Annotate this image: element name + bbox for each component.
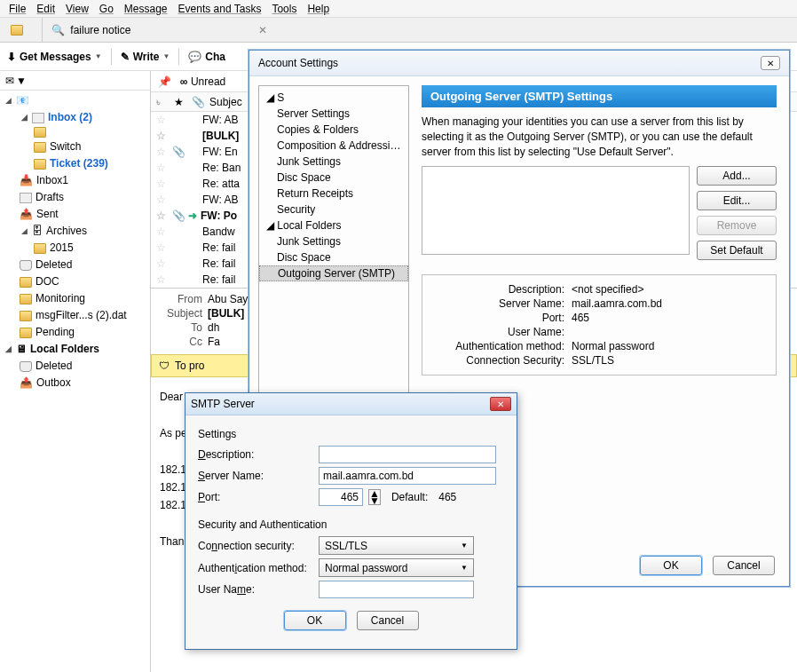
tree-local-folders[interactable]: ◢ Local Folders	[259, 217, 408, 233]
mailbox-tab[interactable]	[0, 18, 43, 42]
to-value: dh	[208, 321, 219, 334]
default-port-label: Default:	[391, 491, 428, 503]
folder-inbox[interactable]: ◢Inbox (2)	[0, 109, 150, 126]
pencil-icon: ✎	[121, 51, 130, 63]
star-icon[interactable]: ☆	[156, 241, 169, 254]
folder-local-deleted[interactable]: Deleted	[0, 358, 150, 375]
set-default-button[interactable]: Set Default	[697, 241, 777, 260]
tree-composition[interactable]: Composition & Addressing	[259, 138, 408, 154]
menu-help[interactable]: Help	[304, 3, 333, 15]
menu-tools[interactable]: Tools	[268, 3, 300, 15]
star-icon[interactable]: ☆	[156, 194, 169, 206]
auth-method-label: Authentication method:	[198, 562, 313, 574]
auth-method-select[interactable]: Normal password▼	[319, 558, 474, 577]
thread-col[interactable]: ৳	[156, 96, 169, 108]
folder-msgfilter[interactable]: msgFilter...s (2).dat	[0, 307, 150, 324]
tab-label	[28, 24, 31, 36]
account-root[interactable]: ◢📧	[0, 92, 150, 109]
star-icon[interactable]: ☆	[156, 162, 169, 174]
close-button[interactable]: ✕	[490, 397, 511, 411]
tree-smtp[interactable]: Outgoing Server (SMTP)	[259, 265, 408, 281]
get-messages-button[interactable]: ⬇ Get Messages ▼	[7, 51, 102, 63]
tree-account[interactable]: ◢ S	[259, 90, 408, 106]
ok-button[interactable]: OK	[640, 556, 702, 575]
menu-edit[interactable]: Edit	[33, 3, 59, 15]
edit-button[interactable]: Edit...	[697, 191, 777, 210]
separator	[178, 49, 179, 65]
username-input[interactable]	[319, 581, 474, 598]
chevron-down-icon: ▼	[461, 542, 468, 549]
folder-sent[interactable]: 📤Sent	[0, 206, 150, 223]
server-name-input[interactable]	[319, 467, 496, 485]
star-icon[interactable]: ☆	[156, 210, 169, 222]
chat-button[interactable]: 💬 Cha	[188, 51, 225, 63]
star-icon[interactable]: ☆	[156, 146, 169, 158]
unread-filter[interactable]: ∞ Unread	[180, 75, 225, 88]
folder-pending[interactable]: Pending	[0, 324, 150, 341]
tree-disc2[interactable]: Disc Space	[259, 249, 408, 265]
menu-file[interactable]: File	[5, 3, 29, 15]
remove-button[interactable]: Remove	[697, 216, 777, 235]
tree-junk[interactable]: Junk Settings	[259, 154, 408, 170]
folder-local[interactable]: ◢🖥Local Folders	[0, 341, 150, 358]
menu-go[interactable]: Go	[96, 3, 117, 15]
close-search-tab[interactable]: ✕	[253, 24, 272, 36]
detail-description: <not specified>	[572, 283, 643, 296]
port-spinner[interactable]: ▲▼	[368, 489, 381, 505]
tree-returns[interactable]: Return Receipts	[259, 186, 408, 202]
description-input[interactable]	[319, 446, 496, 463]
folder-archives[interactable]: ◢🗄Archives	[0, 223, 150, 240]
connection-security-label: Connection security:	[198, 540, 313, 552]
folder-icon	[34, 159, 46, 170]
archive-icon: 🗄	[32, 224, 43, 239]
folder-inbox1[interactable]: 📥Inbox1	[0, 172, 150, 189]
search-tab: 🔍 ✕	[43, 24, 797, 36]
tree-copies[interactable]: Copies & Folders	[259, 122, 408, 138]
tree-junk2[interactable]: Junk Settings	[259, 233, 408, 249]
star-icon[interactable]: ☆	[156, 178, 169, 190]
chevron-down-icon[interactable]: ▼	[162, 52, 170, 60]
star-icon[interactable]: ☆	[156, 273, 169, 286]
smtp-server-list[interactable]	[422, 166, 690, 255]
menu-events[interactable]: Events and Tasks	[175, 3, 265, 15]
attach-col[interactable]: 📎	[192, 96, 204, 108]
menu-message[interactable]: Message	[121, 3, 171, 15]
folder-monitoring[interactable]: Monitoring	[0, 290, 150, 307]
tree-disc[interactable]: Disc Space	[259, 170, 408, 186]
port-input[interactable]	[319, 488, 363, 506]
folder-switch[interactable]: Switch	[0, 138, 150, 155]
subject-col[interactable]: Subjec	[209, 96, 242, 108]
shield-icon: 🛡	[159, 360, 170, 372]
folder-pane: ✉ ▼ ◢📧 ◢Inbox (2) Switch Ticket (239) 📥I…	[0, 71, 151, 672]
cancel-button[interactable]: Cancel	[357, 611, 419, 630]
chevron-down-icon[interactable]: ▼	[95, 52, 102, 60]
tree-server-settings[interactable]: Server Settings	[259, 106, 408, 122]
star-icon[interactable]: ☆	[156, 114, 169, 126]
folder-drafts[interactable]: Drafts	[0, 189, 150, 206]
connection-security-select[interactable]: SSL/TLS▼	[319, 536, 474, 555]
folder-sub1[interactable]	[0, 126, 150, 138]
write-button[interactable]: ✎ Write ▼	[121, 51, 170, 63]
folder-2015[interactable]: 2015	[0, 240, 150, 257]
star-icon[interactable]: ☆	[156, 257, 169, 270]
close-button[interactable]: ✕	[761, 56, 780, 70]
folder-pane-header[interactable]: ✉ ▼	[0, 71, 150, 91]
trash-icon	[20, 361, 32, 372]
folder-deleted[interactable]: Deleted	[0, 257, 150, 273]
add-button[interactable]: Add...	[697, 166, 777, 186]
ok-button[interactable]: OK	[284, 611, 346, 630]
star-col[interactable]: ★	[174, 96, 186, 108]
inbox-icon	[32, 113, 44, 123]
star-icon[interactable]: ☆	[156, 225, 169, 238]
folder-ticket[interactable]: Ticket (239)	[0, 155, 150, 172]
star-icon[interactable]: ☆	[156, 130, 169, 142]
pin-icon[interactable]: 📌	[158, 75, 171, 88]
cancel-button[interactable]: Cancel	[713, 556, 775, 575]
tree-security[interactable]: Security	[259, 202, 408, 217]
folder-outbox[interactable]: 📤Outbox	[0, 375, 150, 391]
search-input[interactable]	[70, 24, 248, 36]
description-label: Description:	[198, 448, 313, 461]
menu-view[interactable]: View	[62, 3, 92, 15]
folder-doc[interactable]: DOC	[0, 273, 150, 290]
attachment-icon: 📎	[172, 210, 185, 222]
